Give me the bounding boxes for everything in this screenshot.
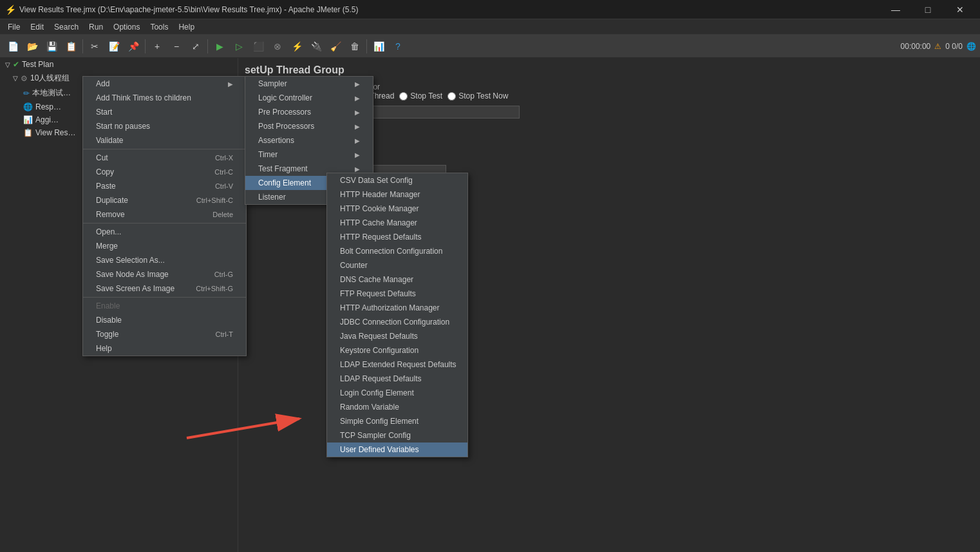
run-button[interactable]: ▶ <box>211 37 229 55</box>
arrow-indicator <box>174 399 316 453</box>
tree-label: 本地测试… <box>32 88 71 99</box>
menu-disable[interactable]: Disable <box>83 313 246 327</box>
menu-search[interactable]: Search <box>49 21 84 33</box>
config-http-request-defaults[interactable]: HTTP Request Defaults <box>327 230 467 244</box>
config-ldap-extended[interactable]: LDAP Extended Request Defaults <box>327 357 467 372</box>
menu-help[interactable]: Help <box>173 21 200 33</box>
app-icon: ⚡ <box>5 5 15 15</box>
context-menu-level3: CSV Data Set Config HTTP Header Manager … <box>326 173 468 457</box>
threadgroup-icon: ⚙ <box>21 74 28 83</box>
config-http-cache-mgr[interactable]: HTTP Cache Manager <box>327 216 467 230</box>
menu-enable: Enable <box>83 299 246 313</box>
maximize-button[interactable]: □ <box>913 0 943 19</box>
open-button[interactable]: 📂 <box>23 37 41 55</box>
submenu-timer[interactable]: Timer ▶ <box>245 148 373 162</box>
tree-item-testplan[interactable]: ▽ ✔ Test Plan <box>0 58 238 71</box>
submenu-assertions[interactable]: Assertions ▶ <box>245 133 373 148</box>
config-http-cookie-mgr[interactable]: HTTP Cookie Manager <box>327 202 467 216</box>
config-ftp-request-defaults[interactable]: FTP Request Defaults <box>327 287 467 301</box>
config-jdbc-connection[interactable]: JDBC Connection Configuration <box>327 315 467 329</box>
menu-save-node-image[interactable]: Save Node As Image Ctrl-G <box>83 267 246 281</box>
config-tcp-sampler[interactable]: TCP Sampler Config <box>327 428 467 443</box>
menu-add-think-times[interactable]: Add Think Times to children <box>83 91 246 105</box>
menu-paste[interactable]: Paste Ctrl-V <box>83 179 246 193</box>
menu-toggle[interactable]: Toggle Ctrl-T <box>83 327 246 341</box>
expand-icon: ▽ <box>13 75 18 82</box>
menu-start[interactable]: Start <box>83 105 246 119</box>
config-simple-config[interactable]: Simple Config Element <box>327 414 467 428</box>
new-button[interactable]: 📄 <box>4 37 22 55</box>
menu-tools[interactable]: Tools <box>145 21 173 33</box>
item-icon: 📊 <box>23 115 33 124</box>
copy-button[interactable]: 📝 <box>105 37 123 55</box>
testplan-icon: ✔ <box>13 60 19 69</box>
cut-button[interactable]: ✂ <box>86 37 104 55</box>
tree-label: 10人线程组 <box>30 73 70 84</box>
collapse-button[interactable]: − <box>167 37 185 55</box>
separator-2 <box>145 39 146 53</box>
item-icon: 🌐 <box>23 102 33 111</box>
arrow-svg <box>174 399 316 451</box>
config-dns-cache-mgr[interactable]: DNS Cache Manager <box>327 272 467 287</box>
title-bar: ⚡ View Results Tree.jmx (D:\Env\apache-j… <box>0 0 980 19</box>
timer-display: 00:00:00 <box>901 42 931 51</box>
menu-add[interactable]: Add ▶ <box>83 77 246 91</box>
minimize-button[interactable]: — <box>881 0 910 19</box>
remote-stop-button[interactable]: 🔌 <box>307 37 325 55</box>
separator-2 <box>83 223 246 224</box>
menu-save-screen-image[interactable]: Save Screen As Image Ctrl+Shift-G <box>83 281 246 296</box>
submenu-logic-controller[interactable]: Logic Controller ▶ <box>245 91 373 105</box>
config-random-variable[interactable]: Random Variable <box>327 400 467 414</box>
remote-start-button[interactable]: ⚡ <box>288 37 306 55</box>
toolbar-right: 00:00:00 ⚠ 0 0/0 🌐 <box>901 42 976 51</box>
tree-label: Resp… <box>35 102 61 111</box>
shutdown-button[interactable]: ⊗ <box>269 37 287 55</box>
config-java-request-defaults[interactable]: Java Request Defaults <box>327 329 467 343</box>
separator-1 <box>82 39 83 53</box>
menu-merge[interactable]: Merge <box>83 239 246 253</box>
menu-run[interactable]: Run <box>84 21 108 33</box>
move-button[interactable]: ⤢ <box>187 37 205 55</box>
warning-icon: ⚠ <box>934 42 941 51</box>
menu-remove[interactable]: Remove Delete <box>83 207 246 222</box>
menu-cut[interactable]: Cut Ctrl-X <box>83 151 246 165</box>
clear-all-button[interactable]: 🗑 <box>346 37 364 55</box>
menu-open[interactable]: Open... <box>83 225 246 239</box>
config-ldap-request-defaults[interactable]: LDAP Request Defaults <box>327 372 467 386</box>
config-keystore[interactable]: Keystore Configuration <box>327 343 467 357</box>
close-button[interactable]: ✕ <box>945 0 975 19</box>
radio-stop-test-now[interactable]: Stop Test Now <box>448 91 508 100</box>
menu-bar: File Edit Search Run Options Tools Help <box>0 19 980 35</box>
save-as-button[interactable]: 📋 <box>62 37 80 55</box>
config-counter[interactable]: Counter <box>327 258 467 272</box>
submenu-sampler[interactable]: Sampler ▶ <box>245 77 373 91</box>
menu-file[interactable]: File <box>3 21 25 33</box>
config-user-defined-vars[interactable]: User Defined Variables <box>327 443 467 457</box>
menu-validate[interactable]: Validate <box>83 133 246 148</box>
run-no-pause-button[interactable]: ▷ <box>230 37 248 55</box>
config-bolt-connection[interactable]: Bolt Connection Configuration <box>327 244 467 258</box>
menu-start-no-pauses[interactable]: Start no pauses <box>83 119 246 133</box>
window-controls: — □ ✕ <box>881 0 975 19</box>
paste-button[interactable]: 📌 <box>124 37 142 55</box>
expand-button[interactable]: + <box>148 37 166 55</box>
save-button[interactable]: 💾 <box>42 37 61 55</box>
config-csv-data-set[interactable]: CSV Data Set Config <box>327 173 467 187</box>
clear-button[interactable]: 🧹 <box>326 37 344 55</box>
submenu-pre-processors[interactable]: Pre Processors ▶ <box>245 105 373 119</box>
menu-edit[interactable]: Edit <box>25 21 49 33</box>
help-button[interactable]: ? <box>389 37 407 55</box>
config-http-header-mgr[interactable]: HTTP Header Manager <box>327 187 467 202</box>
radio-stop-test[interactable]: Stop Test <box>399 91 442 100</box>
menu-copy[interactable]: Copy Ctrl-C <box>83 165 246 179</box>
menu-duplicate[interactable]: Duplicate Ctrl+Shift-C <box>83 193 246 207</box>
config-login-config[interactable]: Login Config Element <box>327 386 467 400</box>
stop-button[interactable]: ⬛ <box>249 37 267 55</box>
config-http-auth-mgr[interactable]: HTTP Authorization Manager <box>327 301 467 315</box>
submenu-post-processors[interactable]: Post Processors ▶ <box>245 119 373 133</box>
template-button[interactable]: 📊 <box>370 37 388 55</box>
menu-help[interactable]: Help <box>83 341 246 356</box>
menu-save-selection-as[interactable]: Save Selection As... <box>83 253 246 267</box>
context-menu-level1: Add ▶ Add Think Times to children Start … <box>82 76 247 356</box>
menu-options[interactable]: Options <box>108 21 145 33</box>
